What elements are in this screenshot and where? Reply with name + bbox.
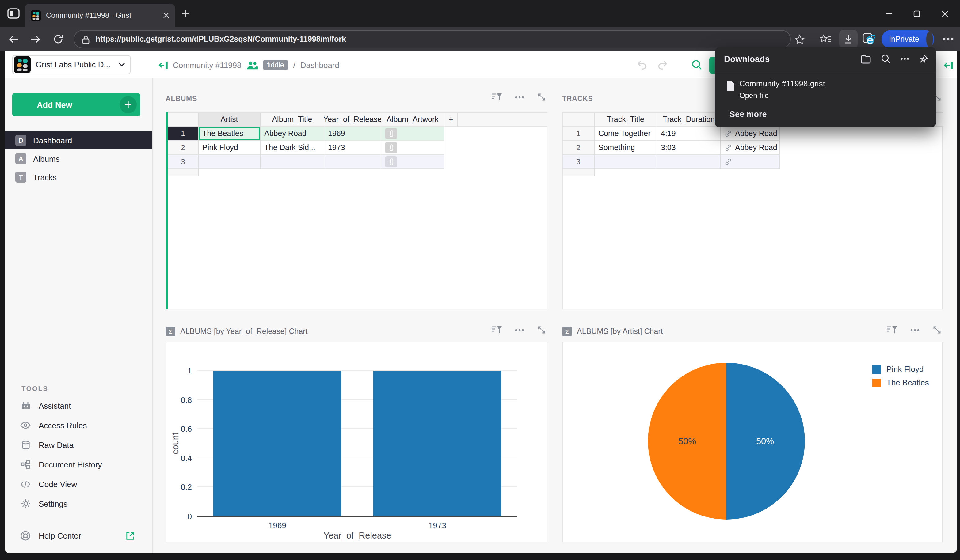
add-row[interactable]: 3 bbox=[168, 155, 547, 169]
cell-track-title[interactable] bbox=[595, 155, 657, 169]
tab-actions-icon[interactable] bbox=[7, 7, 20, 20]
window-minimize-button[interactable] bbox=[880, 5, 898, 22]
open-file-link[interactable]: Open file bbox=[739, 91, 769, 100]
back-icon[interactable] bbox=[8, 34, 19, 45]
search-icon[interactable] bbox=[691, 59, 702, 70]
filter-sort-icon[interactable] bbox=[491, 325, 502, 335]
cell-year[interactable]: 1973 bbox=[324, 141, 381, 155]
downloaded-file-name[interactable]: Community #11998.grist bbox=[739, 79, 825, 88]
workspace-selector[interactable]: Grist Labs Public D... bbox=[12, 55, 131, 74]
redo-icon[interactable] bbox=[657, 59, 668, 70]
inprivate-profile-badge[interactable]: InPrivate bbox=[882, 30, 934, 48]
section-menu-icon[interactable] bbox=[515, 96, 524, 98]
cell-album-ref[interactable]: Abbey Road bbox=[721, 127, 780, 141]
browser-tab[interactable]: Community #11998 - Grist bbox=[24, 4, 175, 27]
legend-item[interactable]: The Beatles bbox=[872, 378, 929, 387]
downloads-button[interactable] bbox=[839, 30, 858, 48]
cell-track-title[interactable]: Come Together bbox=[595, 127, 657, 141]
browser-menu-icon[interactable] bbox=[943, 37, 954, 40]
filter-sort-icon[interactable] bbox=[491, 93, 502, 102]
add-new-button[interactable]: Add New bbox=[12, 93, 141, 116]
favorites-list-icon[interactable] bbox=[819, 34, 832, 45]
downloads-menu-icon[interactable] bbox=[901, 57, 909, 60]
page-name[interactable]: Dashboard bbox=[301, 61, 339, 70]
section-menu-icon[interactable] bbox=[910, 329, 920, 331]
row-number[interactable]: 1 bbox=[563, 127, 595, 141]
cell-artist[interactable]: Pink Floyd bbox=[198, 141, 261, 155]
cell-album-title[interactable]: The Dark Sid... bbox=[261, 141, 324, 155]
attachment-icon[interactable] bbox=[385, 156, 397, 167]
attachment-icon[interactable] bbox=[385, 142, 397, 153]
column-header-track-duration[interactable]: Track_Duration bbox=[657, 113, 721, 127]
row-number[interactable]: 3 bbox=[168, 155, 198, 169]
refresh-icon[interactable] bbox=[53, 34, 64, 45]
cell-artist[interactable] bbox=[198, 155, 261, 169]
sidebar-item-document-history[interactable]: Document History bbox=[5, 455, 152, 474]
expand-section-icon[interactable] bbox=[933, 325, 942, 335]
collapse-left-panel-icon[interactable] bbox=[158, 61, 168, 70]
row-number[interactable]: 2 bbox=[168, 141, 198, 155]
cell-artist[interactable]: The Beatles bbox=[198, 127, 261, 141]
column-header-artwork[interactable]: Album_Artwork bbox=[381, 113, 445, 127]
row-number[interactable]: 2 bbox=[563, 141, 595, 155]
forward-icon[interactable] bbox=[30, 34, 41, 45]
favorite-star-icon[interactable] bbox=[795, 34, 805, 45]
sidebar-item-albums[interactable]: A Albums bbox=[5, 150, 152, 168]
expand-section-icon[interactable] bbox=[537, 325, 546, 335]
search-downloads-icon[interactable] bbox=[881, 54, 891, 64]
cell-album-ref[interactable] bbox=[721, 155, 780, 169]
filter-sort-icon[interactable] bbox=[886, 325, 898, 335]
column-header-album-title[interactable]: Album_Title bbox=[261, 113, 324, 127]
external-link-icon bbox=[126, 531, 135, 540]
row-number[interactable]: 3 bbox=[563, 155, 595, 169]
sidebar-item-raw-data[interactable]: Raw Data bbox=[5, 435, 152, 455]
cell-year[interactable] bbox=[324, 155, 381, 169]
column-header-artist[interactable]: Artist bbox=[198, 113, 261, 127]
cell-year[interactable]: 1969 bbox=[324, 127, 381, 141]
sidebar-item-tracks[interactable]: T Tracks bbox=[5, 168, 152, 186]
cell-album-title[interactable] bbox=[261, 155, 324, 169]
window-close-button[interactable] bbox=[936, 5, 954, 22]
address-bar[interactable]: https://public.getgrist.com/dPLUBxG2sqsN… bbox=[74, 30, 791, 48]
collapse-right-panel-icon[interactable] bbox=[944, 61, 953, 70]
cell-track-title[interactable]: Something bbox=[595, 141, 657, 155]
expand-section-icon[interactable] bbox=[537, 93, 546, 102]
cell-duration[interactable] bbox=[657, 155, 721, 169]
table-row[interactable]: 2 Pink Floyd The Dark Sid... 1973 bbox=[168, 141, 547, 155]
table-row[interactable]: 2 Something 3:03 Abbey Road bbox=[563, 141, 943, 155]
cell-album-title[interactable]: Abbey Road bbox=[261, 127, 324, 141]
tab-close-icon[interactable] bbox=[163, 12, 169, 18]
add-column-button[interactable]: + bbox=[445, 113, 458, 127]
see-more-link[interactable]: See more bbox=[730, 110, 767, 119]
doc-title[interactable]: Community #11998 bbox=[173, 61, 242, 70]
new-tab-button[interactable] bbox=[181, 9, 190, 18]
sidebar-item-access-rules[interactable]: Access Rules bbox=[5, 415, 152, 435]
column-header-year[interactable]: Year_of_Release bbox=[324, 113, 381, 127]
row-number-header[interactable] bbox=[563, 113, 595, 127]
window-maximize-button[interactable] bbox=[907, 5, 926, 22]
cell-duration[interactable]: 3:03 bbox=[657, 141, 721, 155]
ie-mode-icon[interactable] bbox=[862, 33, 875, 46]
attachment-icon[interactable] bbox=[385, 128, 397, 139]
table-row[interactable]: 1 The Beatles Abbey Road 1969 bbox=[168, 127, 547, 141]
table-row[interactable]: 1 Come Together 4:19 Abbey Road bbox=[563, 127, 943, 141]
sidebar-item-settings[interactable]: Settings bbox=[5, 494, 152, 514]
cell-artwork[interactable] bbox=[381, 141, 445, 155]
cell-duration[interactable]: 4:19 bbox=[657, 127, 721, 141]
row-number-header[interactable] bbox=[168, 113, 198, 127]
row-number[interactable]: 1 bbox=[168, 127, 198, 141]
sidebar-item-assistant[interactable]: Assistant bbox=[5, 396, 152, 415]
add-row[interactable]: 3 bbox=[563, 155, 943, 169]
pin-downloads-icon[interactable] bbox=[919, 54, 928, 64]
cell-artwork[interactable] bbox=[381, 155, 445, 169]
cell-album-ref[interactable]: Abbey Road bbox=[721, 141, 780, 155]
undo-icon[interactable] bbox=[636, 59, 647, 70]
open-downloads-folder-icon[interactable] bbox=[861, 54, 871, 64]
section-menu-icon[interactable] bbox=[515, 329, 524, 331]
column-header-track-title[interactable]: Track_Title bbox=[595, 113, 657, 127]
sidebar-item-dashboard[interactable]: D Dashboard bbox=[5, 131, 152, 150]
legend-item[interactable]: Pink Floyd bbox=[872, 365, 929, 374]
sidebar-item-code-view[interactable]: Code View bbox=[5, 474, 152, 494]
cell-artwork[interactable] bbox=[381, 127, 445, 141]
sidebar-item-help-center[interactable]: Help Center bbox=[5, 526, 152, 545]
